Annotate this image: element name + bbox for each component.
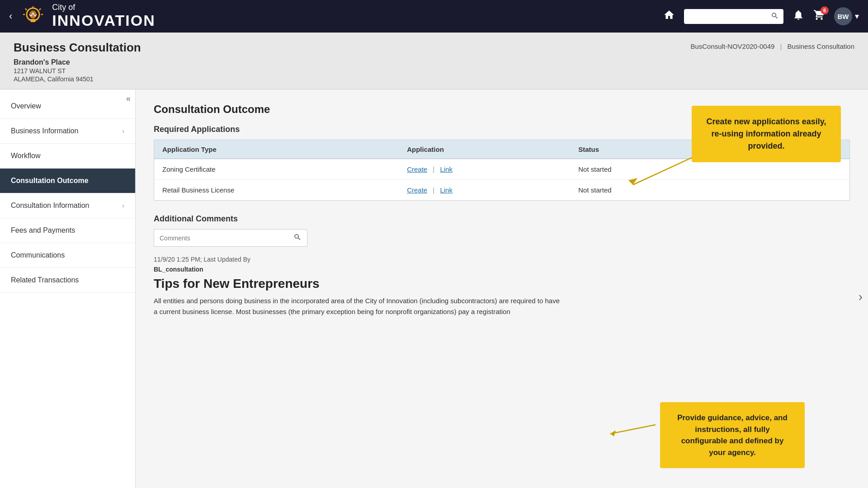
comments-heading: Tips for New Entrepreneurs xyxy=(154,277,850,291)
cart-button[interactable]: 6 xyxy=(813,9,825,23)
row1-application: Create | Link xyxy=(399,159,570,180)
row2-type: Retail Business License xyxy=(154,180,399,201)
logo-area: City of INNOVATION xyxy=(19,3,656,30)
sidebar-collapse-button[interactable]: « xyxy=(126,94,131,103)
comments-meta: 11/9/20 1:25 PM; Last Updated By xyxy=(154,256,850,263)
logo-innovation: INNOVATION xyxy=(52,12,155,29)
sidebar-item-consultation-information[interactable]: Consultation Information › xyxy=(0,193,135,218)
sidebar: « Overview Business Information › Workfl… xyxy=(0,89,136,488)
sidebar-item-overview-label: Overview xyxy=(11,102,41,110)
business-name: Brandon's Place xyxy=(14,58,690,66)
row2-link-button[interactable]: Link xyxy=(440,186,453,194)
row2-comments xyxy=(707,180,849,201)
page-header-left: Business Consultation Brandon's Place 12… xyxy=(14,41,690,83)
sidebar-nav: Overview Business Information › Workflow… xyxy=(0,94,135,293)
notifications-button[interactable] xyxy=(793,9,804,23)
sidebar-item-consultation-information-label: Consultation Information xyxy=(11,202,89,210)
sidebar-item-consultation-outcome[interactable]: Consultation Outcome xyxy=(0,169,135,193)
page-header-right: BusConsult-NOV2020-0049 | Business Consu… xyxy=(690,41,854,50)
comments-body: All entities and persons doing business … xyxy=(154,296,561,317)
notification-icon xyxy=(793,9,804,21)
sidebar-item-fees-and-payments[interactable]: Fees and Payments xyxy=(0,218,135,243)
sidebar-item-business-information-label: Business Information xyxy=(11,127,78,135)
chevron-right-icon-2: › xyxy=(122,202,124,209)
svg-line-13 xyxy=(633,158,692,185)
ref-id: BusConsult-NOV2020-0049 xyxy=(690,42,774,50)
user-area: BW ▾ xyxy=(834,7,859,25)
svg-rect-7 xyxy=(30,19,36,21)
col-header-application: Application xyxy=(399,140,570,159)
callout-2: Provide guidance, advice, and instructio… xyxy=(660,402,805,468)
callout-1-container: Create new applications easily, re-using… xyxy=(692,106,841,162)
search-icon-comments xyxy=(293,233,302,241)
sidebar-item-related-transactions[interactable]: Related Transactions xyxy=(0,268,135,293)
address-line2: ALAMEDA, California 94501 xyxy=(14,75,690,83)
comments-input-row xyxy=(154,229,307,247)
user-dropdown-button[interactable]: ▾ xyxy=(855,11,859,21)
cart-badge: 6 xyxy=(821,6,829,14)
additional-comments-section: Additional Comments 11/9/20 1:25 PM; Las… xyxy=(154,214,850,317)
svg-point-6 xyxy=(29,10,37,19)
top-navigation: ‹ City of INNOVATION xyxy=(0,0,868,33)
sidebar-item-communications-label: Communications xyxy=(11,251,65,259)
sidebar-item-overview[interactable]: Overview xyxy=(0,94,135,119)
callout-2-arrow xyxy=(601,416,674,443)
col-header-type: Application Type xyxy=(154,140,399,159)
logo-text: City of INNOVATION xyxy=(52,3,155,29)
callout-1-arrow xyxy=(624,153,714,189)
row1-type: Zoning Certificate xyxy=(154,159,399,180)
search-input[interactable] xyxy=(689,13,771,20)
back-button[interactable]: ‹ xyxy=(9,10,12,22)
table-row: Retail Business License Create | Link No… xyxy=(154,180,849,201)
svg-line-2 xyxy=(39,9,41,10)
search-button[interactable] xyxy=(771,12,779,21)
row2-application: Create | Link xyxy=(399,180,570,201)
avatar[interactable]: BW xyxy=(834,7,852,25)
page-header: Business Consultation Brandon's Place 12… xyxy=(0,33,868,89)
svg-rect-8 xyxy=(31,21,35,22)
sidebar-item-fees-label: Fees and Payments xyxy=(11,226,75,235)
sidebar-item-business-information[interactable]: Business Information › xyxy=(0,119,135,144)
search-icon xyxy=(771,12,779,20)
main-content: Consultation Outcome Create new applicat… xyxy=(136,89,868,488)
home-button[interactable] xyxy=(663,9,675,23)
svg-line-3 xyxy=(25,9,27,10)
logo-icon xyxy=(19,3,47,30)
sidebar-item-workflow[interactable]: Workflow xyxy=(0,144,135,169)
main-layout: « Overview Business Information › Workfl… xyxy=(0,89,868,488)
sidebar-item-consultation-outcome-label: Consultation Outcome xyxy=(11,177,89,185)
chevron-right-icon: › xyxy=(122,127,124,135)
right-scroll-button[interactable]: › xyxy=(859,290,863,304)
row1-create-button[interactable]: Create xyxy=(407,165,427,173)
sidebar-item-related-transactions-label: Related Transactions xyxy=(11,276,79,284)
sidebar-item-communications[interactable]: Communications xyxy=(0,243,135,268)
nav-right: 6 BW ▾ xyxy=(663,7,859,25)
search-box xyxy=(684,9,783,24)
ref-type: Business Consultation xyxy=(788,42,854,50)
row1-link-button[interactable]: Link xyxy=(440,165,453,173)
address-line1: 1217 WALNUT ST xyxy=(14,67,690,75)
sidebar-item-workflow-label: Workflow xyxy=(11,152,41,160)
comments-search-button[interactable] xyxy=(293,233,302,243)
page-title: Business Consultation xyxy=(14,41,690,55)
svg-line-15 xyxy=(610,425,656,434)
comments-author: BL_consultation xyxy=(154,266,850,273)
page-header-content: Business Consultation Brandon's Place 12… xyxy=(14,41,854,83)
callout-2-container: Provide guidance, advice, and instructio… xyxy=(660,402,805,468)
row2-create-button[interactable]: Create xyxy=(407,186,427,194)
comments-input[interactable] xyxy=(160,235,293,242)
additional-comments-title: Additional Comments xyxy=(154,214,850,224)
logo-city-of: City of xyxy=(52,3,155,12)
home-icon xyxy=(663,9,675,21)
